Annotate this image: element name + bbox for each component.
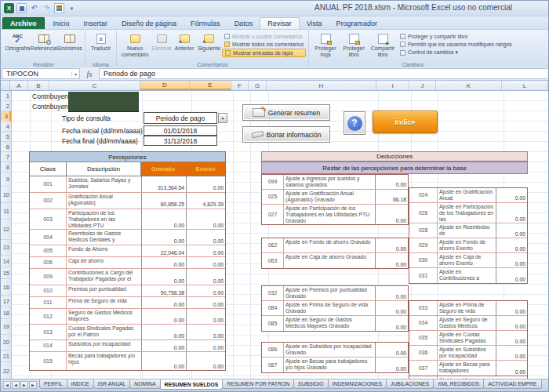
- deduccion-row[interactable]: 063 Ajuste en Caja de ahorro Gravado 0.0…: [262, 253, 408, 268]
- nuevo-comentario-button[interactable]: Nuevo comentario: [119, 31, 151, 58]
- deduccion-row[interactable]: 025 Ajuste en Gratificación Anual (Aguin…: [262, 190, 408, 205]
- deduccion-row[interactable]: 086 Ajuste en Subsidios por incapacidad …: [262, 343, 408, 358]
- sheet-tab-xml-recibidos[interactable]: XML RECIBIDOS: [433, 379, 484, 389]
- tipo-consulta-select[interactable]: Periodo de pago: [144, 112, 217, 124]
- help-button[interactable]: ?: [344, 111, 365, 135]
- deduccion-row[interactable]: 036 Ajuste en Subsidios por incapacidad …: [409, 346, 527, 361]
- tab-formulas[interactable]: Fórmulas: [184, 18, 227, 29]
- deduccion-row[interactable]: 034 Ajuste en Seguro de Gastos Médicos 0…: [409, 316, 527, 331]
- percepcion-row[interactable]: 004 Reembolso de Gastos Médicos Dentales…: [30, 230, 225, 245]
- sheet-tab-actividad-empre[interactable]: ACTIVIDAD EMPRE: [483, 379, 541, 389]
- control-de-cambios-button[interactable]: Control de cambios ▾: [398, 49, 514, 56]
- worksheet-grid[interactable]: 12345678910111213141516171819202122 Cont…: [1, 91, 548, 379]
- row-header[interactable]: 4: [1, 122, 11, 132]
- compartir-libro-button[interactable]: ▶ Compartir libro: [368, 31, 398, 58]
- referencia-button[interactable]: Referencia: [31, 31, 56, 53]
- proteger-hoja-button[interactable]: Proteger hoja: [311, 31, 340, 58]
- deduccion-row[interactable]: 031 Ajuste en Contribuciones a 0.00: [409, 268, 527, 283]
- column-header[interactable]: A: [10, 81, 28, 90]
- sheet-tab-isr-anual[interactable]: ISR ANUAL: [93, 379, 131, 389]
- column-header[interactable]: B: [28, 81, 49, 90]
- deduccion-row[interactable]: 032 Ajuste en Premios por puntualidad Gr…: [262, 286, 408, 301]
- mostrar-entradas-lapiz-toggle[interactable]: Mostrar entradas de lápiz: [222, 49, 306, 57]
- row-header[interactable]: 11: [1, 203, 11, 220]
- tab-insertar[interactable]: Insertar: [77, 18, 115, 29]
- previous-sheet-icon[interactable]: ◀: [12, 381, 20, 389]
- save-icon[interactable]: [16, 3, 27, 13]
- row-header[interactable]: 2: [1, 101, 11, 111]
- row-header[interactable]: 10: [1, 187, 11, 203]
- deduccion-row[interactable]: 087 Ajuste en Becas para trabajadores y/…: [262, 358, 408, 372]
- percepcion-row[interactable]: 003 Participación de los Trabajadores en…: [30, 209, 225, 230]
- fecha-final-input[interactable]: 31/12/2018: [144, 136, 217, 146]
- sheet-tab-indice[interactable]: INDICE: [67, 379, 94, 389]
- percepcion-row[interactable]: 005 Fondo de Ahorro 22,046.04 0.00: [30, 245, 225, 257]
- row-header[interactable]: 7: [1, 152, 11, 162]
- ortografia-button[interactable]: ABC✓ Ortografía: [5, 31, 31, 53]
- deduccion-row[interactable]: 035 Ajuste en Cuotas Sindicales Pagadas …: [409, 331, 527, 346]
- percepcion-row[interactable]: 009 Contribuciones a Cargo del Trabajado…: [30, 269, 225, 285]
- name-box[interactable]: TIPOCON ▾: [2, 68, 80, 79]
- sheet-tab-subsidio[interactable]: SUBSIDIO: [293, 379, 328, 389]
- tab-diseno-de-pagina[interactable]: Diseño de página: [115, 18, 184, 29]
- traducir-button[interactable]: a Traducir: [88, 31, 114, 53]
- percepcion-row[interactable]: 010 Premios por puntualidad 50,758.38 0.…: [30, 285, 225, 297]
- percepcion-row[interactable]: 006 Caja de ahorro 0.00 0.00: [30, 257, 225, 269]
- row-header[interactable]: 16: [1, 279, 11, 296]
- customize-quick-access-icon[interactable]: ▾: [67, 3, 77, 13]
- fecha-inicial-input[interactable]: 01/01/2018: [144, 125, 217, 136]
- sinonimos-button[interactable]: Sinónimos: [56, 31, 82, 53]
- select-all-corner[interactable]: [1, 81, 10, 90]
- row-header[interactable]: 5: [1, 132, 11, 142]
- row-header[interactable]: 1: [1, 91, 11, 101]
- deduccion-row[interactable]: 024 Ajuste en Gratificación Anual 0.00: [409, 188, 527, 203]
- borrar-informacion-button[interactable]: Borrar información: [242, 126, 330, 143]
- percepcion-row[interactable]: 012 Seguro de Gastos Médicos Mayores 0.0…: [30, 309, 225, 325]
- row-header[interactable]: 22: [1, 362, 11, 379]
- formula-input[interactable]: Periodo de pago: [99, 68, 547, 79]
- sheet-tab-jubilaciones[interactable]: JUBILACIONES: [386, 379, 434, 389]
- sheet-tab-resumen-sueldos[interactable]: RESUMEN SUELDOS: [160, 379, 224, 390]
- sheet-tab-perfil[interactable]: PERFIL: [39, 379, 67, 389]
- next-sheet-icon[interactable]: ▶: [20, 381, 28, 389]
- tab-datos[interactable]: Datos: [227, 18, 260, 29]
- deduccion-row[interactable]: 029 Ajuste en Fondo de ahorro Exento 0.0…: [409, 238, 527, 253]
- row-header[interactable]: 21: [1, 350, 11, 362]
- percepcion-row[interactable]: 011 Prima de Seguro de vida 0.00 0.00: [30, 297, 225, 309]
- tab-revisar[interactable]: Revisar: [260, 17, 300, 29]
- percepcion-row[interactable]: 002 Gratificación Anual (Aguinaldo) 80,8…: [30, 193, 225, 209]
- row-header[interactable]: 13: [1, 240, 11, 256]
- row-header[interactable]: 6: [1, 142, 11, 152]
- deduccion-row[interactable]: 084 Ajuste en Prima de Seguro de vida Gr…: [262, 301, 408, 316]
- column-header[interactable]: E: [190, 81, 231, 90]
- tab-inicio[interactable]: Inicio: [46, 18, 77, 29]
- row-header[interactable]: 18: [1, 307, 11, 319]
- deduccion-row[interactable]: 085 Ajuste en Seguro de Gastos Médicos M…: [262, 316, 408, 331]
- tab-programador[interactable]: Programador: [329, 18, 385, 29]
- deduccion-row[interactable]: 099 Ajuste a ingresos por sueldos y sala…: [262, 175, 408, 190]
- table-format-icon[interactable]: [54, 3, 64, 13]
- sheet-tab-indemnizaciones[interactable]: INDEMNIZACIONES: [328, 379, 387, 389]
- deduccion-row[interactable]: 062 Ajuste en Fondo de ahorro Gravado 0.…: [262, 238, 408, 253]
- mostrar-todos-comentarios-toggle[interactable]: Mostrar todos los comentarios: [222, 41, 306, 48]
- column-header[interactable]: F: [231, 81, 249, 90]
- permitir-modificar-rangos-button[interactable]: Permitir que los usuarios modifiquen ran…: [398, 41, 514, 48]
- redo-icon[interactable]: ↷: [42, 3, 52, 13]
- deduccion-row[interactable]: 026 Ajuste en Participación de los Traba…: [409, 203, 527, 223]
- row-header[interactable]: 8: [1, 162, 11, 172]
- first-sheet-icon[interactable]: ◀: [3, 381, 11, 389]
- row-header[interactable]: 20: [1, 335, 11, 350]
- column-header[interactable]: K: [436, 81, 502, 90]
- row-header[interactable]: 15: [1, 267, 11, 279]
- undo-icon[interactable]: ↶: [29, 3, 39, 13]
- deduccion-row[interactable]: 027 Ajuste en Participación de los Traba…: [262, 205, 408, 224]
- column-header[interactable]: H: [267, 81, 376, 90]
- tab-archivo[interactable]: Archivo: [2, 17, 45, 29]
- sheet-tab-resumen-por-patron[interactable]: RESUMEN POR PATRON: [222, 379, 294, 389]
- percepcion-row[interactable]: 014 Subsidios por incapacidad 0.00 0.00: [30, 340, 225, 352]
- percepcion-row[interactable]: 013 Cuotas Sindicales Pagadas por el Pat…: [30, 325, 225, 340]
- row-header[interactable]: 12: [1, 220, 11, 240]
- proteger-libro-button[interactable]: Proteger libro: [340, 31, 368, 58]
- deduccion-row[interactable]: 033 Ajuste en Prima de Seguro de vida 0.…: [409, 301, 527, 316]
- row-header[interactable]: 9: [1, 172, 11, 187]
